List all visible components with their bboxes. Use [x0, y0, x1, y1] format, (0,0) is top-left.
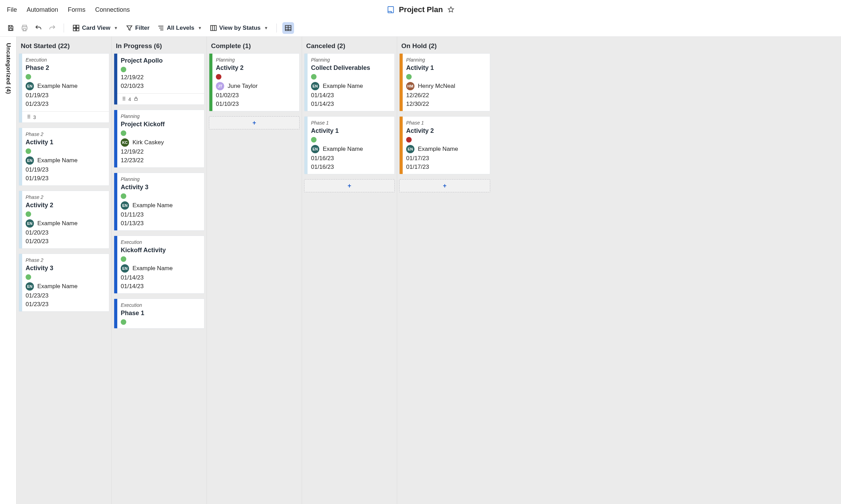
card-assignee: ENExample Name: [311, 145, 390, 153]
assignee-name: Example Name: [323, 83, 363, 90]
card-date-end: 01/23/23: [26, 101, 105, 108]
card[interactable]: ExecutionKickoff ActivityENExample Name0…: [114, 236, 204, 294]
filter-button[interactable]: Filter: [123, 22, 153, 34]
list-icon: [26, 114, 31, 120]
assignee-name: Example Name: [132, 202, 173, 209]
uncategorized-label: Uncategorized (4): [5, 43, 12, 94]
chevron-down-icon: ▼: [198, 26, 202, 30]
assignee-name: Example Name: [37, 220, 77, 227]
redo-button[interactable]: [46, 22, 58, 34]
board[interactable]: Not Started (22)ExecutionPhase 2ENExampl…: [17, 37, 841, 504]
assignee-name: Henry McNeal: [418, 83, 455, 90]
menu-file[interactable]: File: [7, 4, 22, 16]
list-icon: [121, 96, 126, 102]
status-dot: [311, 137, 317, 143]
status-dot: [26, 148, 31, 154]
star-icon[interactable]: [447, 6, 455, 13]
column: Not Started (22)ExecutionPhase 2ENExampl…: [17, 37, 112, 504]
card-edge: [209, 54, 212, 111]
card-category: Planning: [121, 176, 200, 182]
print-button[interactable]: [19, 22, 30, 34]
column-body[interactable]: ExecutionPhase 2ENExample Name01/19/2301…: [17, 53, 111, 504]
card[interactable]: Phase 2Activity 2ENExample Name01/20/230…: [19, 191, 109, 249]
avatar: EN: [26, 219, 34, 228]
column-header: Not Started (22): [17, 37, 111, 53]
card-date-end: 01/17/23: [406, 164, 486, 171]
card-view-button[interactable]: Card View ▼: [70, 22, 121, 34]
card-date-start: 01/02/23: [216, 92, 295, 99]
save-button[interactable]: [5, 22, 17, 34]
svg-rect-7: [76, 28, 79, 30]
card-title: Activity 3: [26, 265, 105, 272]
assignee-name: Example Name: [37, 283, 77, 290]
card-assignee: ENExample Name: [406, 145, 486, 153]
chevron-down-icon: ▼: [264, 26, 268, 30]
card-date-start: 01/14/23: [121, 274, 200, 281]
avatar: EN: [311, 145, 319, 153]
card-title: Phase 2: [26, 64, 105, 72]
card-edge: [400, 117, 403, 174]
menu-automation[interactable]: Automation: [22, 4, 63, 16]
column-body[interactable]: PlanningActivity 2JTJune Taylor01/02/230…: [207, 53, 302, 504]
column: In Progress (6)Project Apollo12/19/2202/…: [112, 37, 207, 504]
menu-bar: File Automation Forms Connections Projec…: [0, 0, 841, 19]
viewby-button[interactable]: View by Status ▼: [207, 22, 271, 34]
card[interactable]: ExecutionPhase 2ENExample Name01/19/2301…: [19, 53, 109, 123]
column-header: On Hold (2): [397, 37, 492, 53]
card[interactable]: PlanningCollect DeliverablesENExample Na…: [304, 53, 395, 111]
card[interactable]: Phase 1Activity 2ENExample Name01/17/230…: [399, 116, 490, 174]
add-card-button[interactable]: +: [399, 179, 490, 192]
svg-rect-6: [73, 28, 76, 30]
column-body[interactable]: PlanningActivity 1HMHenry McNeal12/26/22…: [397, 53, 492, 504]
add-card-button[interactable]: +: [209, 116, 300, 129]
card-title: Activity 2: [406, 127, 486, 135]
card-edge: [304, 54, 308, 111]
card-edge: [19, 128, 22, 185]
page-title: Project Plan: [399, 5, 443, 14]
assignee-name: Example Name: [323, 146, 363, 153]
card[interactable]: Phase 2Activity 1ENExample Name01/19/230…: [19, 128, 109, 186]
card[interactable]: PlanningActivity 2JTJune Taylor01/02/230…: [209, 53, 300, 111]
card[interactable]: Phase 1Activity 1ENExample Name01/16/230…: [304, 116, 395, 174]
card-category: Planning: [216, 57, 295, 63]
avatar: EN: [26, 156, 34, 165]
filter-label: Filter: [135, 25, 150, 31]
menu-connections[interactable]: Connections: [90, 4, 135, 16]
card-date-end: 12/30/22: [406, 101, 486, 108]
card-footer: 4: [117, 93, 204, 104]
column-body[interactable]: Project Apollo12/19/2202/10/234PlanningP…: [112, 53, 207, 504]
card-footer-count: 3: [33, 114, 36, 120]
menu-forms[interactable]: Forms: [63, 4, 90, 16]
card[interactable]: PlanningActivity 1HMHenry McNeal12/26/22…: [399, 53, 490, 111]
svg-rect-4: [73, 25, 76, 27]
card-date-end: 02/10/23: [121, 83, 200, 90]
status-dot: [26, 211, 31, 217]
card-title: Project Apollo: [121, 57, 200, 64]
compact-view-button[interactable]: [282, 22, 294, 34]
add-card-button[interactable]: +: [304, 179, 395, 192]
undo-button[interactable]: [33, 22, 44, 34]
card-date-end: 01/16/23: [311, 164, 390, 171]
avatar: EN: [311, 82, 319, 90]
svg-rect-3: [23, 28, 26, 30]
levels-button[interactable]: All Levels ▼: [154, 22, 204, 34]
card[interactable]: Phase 2Activity 3ENExample Name01/23/230…: [19, 254, 109, 312]
svg-rect-1: [9, 28, 12, 30]
card[interactable]: Project Apollo12/19/2202/10/234: [114, 53, 204, 105]
card-category: Phase 2: [26, 257, 105, 263]
card-category: Phase 2: [26, 194, 105, 200]
column-header: In Progress (6): [112, 37, 207, 53]
card-title: Activity 2: [26, 202, 105, 209]
card[interactable]: PlanningProject KickoffKCKirk Caskey12/1…: [114, 110, 204, 168]
card-title: Kickoff Activity: [121, 247, 200, 254]
uncategorized-sidebar[interactable]: Uncategorized (4): [0, 37, 17, 504]
card-title: Activity 1: [311, 127, 390, 135]
card[interactable]: ExecutionPhase 1: [114, 299, 204, 329]
status-dot: [216, 74, 221, 80]
card-assignee: ENExample Name: [121, 201, 200, 210]
column-body[interactable]: PlanningCollect DeliverablesENExample Na…: [302, 53, 397, 504]
card-footer: 3: [22, 111, 109, 122]
card-date-start: 01/20/23: [26, 229, 105, 236]
card[interactable]: PlanningActivity 3ENExample Name01/11/23…: [114, 173, 204, 231]
status-dot: [121, 256, 126, 262]
